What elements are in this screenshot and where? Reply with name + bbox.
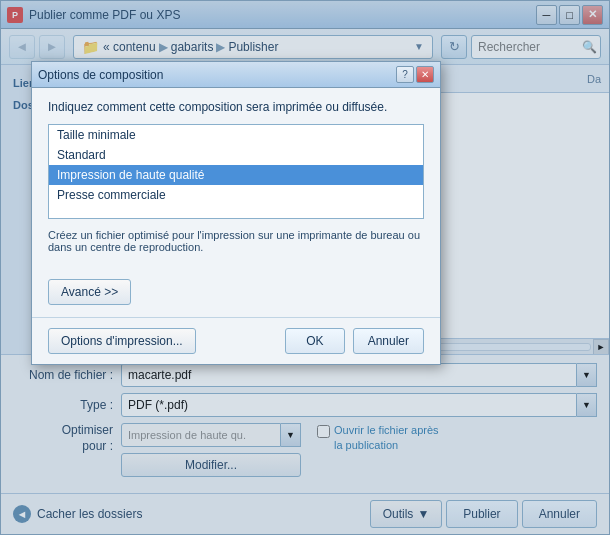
modal-dialog: Options de composition ? ✕ Indiquez comm… <box>31 61 441 365</box>
options-impression-button[interactable]: Options d'impression... <box>48 328 196 354</box>
modal-title: Options de composition <box>38 68 396 82</box>
list-item-standard[interactable]: Standard <box>49 145 423 165</box>
list-item-presse-commerciale[interactable]: Presse commerciale <box>49 185 423 205</box>
modal-close-button[interactable]: ✕ <box>416 66 434 83</box>
modal-title-bar: Options de composition ? ✕ <box>32 62 440 88</box>
modal-footer-right: OK Annuler <box>285 328 424 354</box>
modal-footer: Options d'impression... OK Annuler <box>32 317 440 364</box>
modal-description: Indiquez comment cette composition sera … <box>48 100 424 114</box>
annuler-button[interactable]: Annuler <box>353 328 424 354</box>
modal-help-button[interactable]: ? <box>396 66 414 83</box>
modal-overlay: Options de composition ? ✕ Indiquez comm… <box>1 1 609 534</box>
list-item-impression-haute-qualite[interactable]: Impression de haute qualité <box>49 165 423 185</box>
modal-footer-left: Options d'impression... <box>48 328 196 354</box>
modal-note: Créez un fichier optimisé pour l'impress… <box>48 229 424 265</box>
modal-title-buttons: ? ✕ <box>396 66 434 83</box>
ok-button[interactable]: OK <box>285 328 344 354</box>
main-window: P Publier comme PDF ou XPS ─ □ ✕ ◄ ► 📁 «… <box>0 0 610 535</box>
avance-button[interactable]: Avancé >> <box>48 279 131 305</box>
composition-list[interactable]: Taille minimale Standard Impression de h… <box>48 124 424 219</box>
list-item-taille-minimale[interactable]: Taille minimale <box>49 125 423 145</box>
modal-body: Indiquez comment cette composition sera … <box>32 88 440 317</box>
